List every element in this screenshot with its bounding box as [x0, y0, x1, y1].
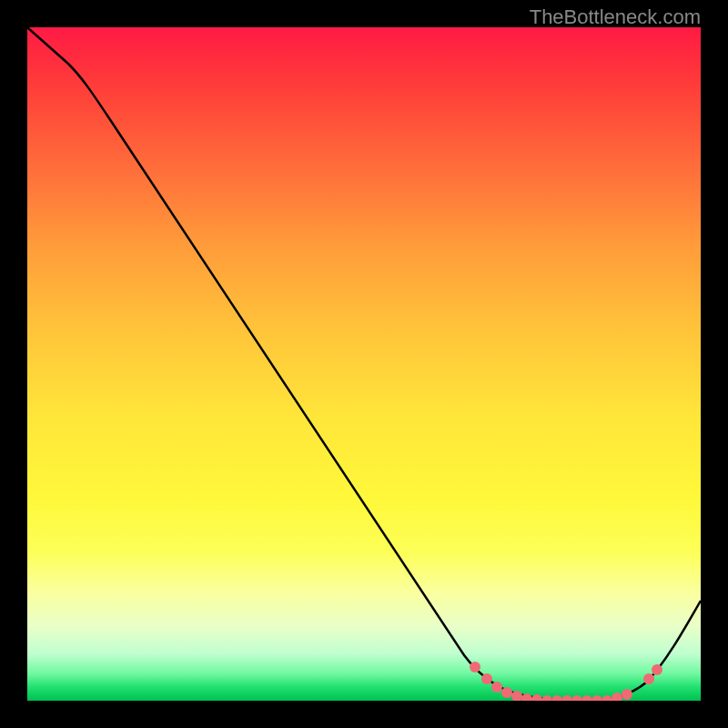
svg-point-17 — [652, 664, 662, 675]
svg-point-13 — [602, 695, 612, 701]
svg-point-3 — [501, 687, 512, 698]
curve-path — [27, 27, 701, 701]
svg-point-1 — [481, 673, 492, 684]
svg-point-11 — [581, 695, 592, 701]
svg-point-14 — [612, 693, 622, 701]
svg-point-6 — [531, 694, 542, 701]
watermark-text: TheBottleneck.com — [530, 5, 701, 29]
svg-point-15 — [622, 689, 632, 700]
svg-point-10 — [571, 695, 582, 701]
svg-point-7 — [541, 695, 552, 701]
plot-area — [27, 27, 701, 701]
svg-point-9 — [561, 695, 572, 701]
curve-markers — [470, 662, 662, 701]
svg-point-2 — [491, 682, 502, 693]
chart-container: TheBottleneck.com — [0, 0, 728, 728]
bottleneck-curve — [27, 27, 701, 701]
svg-point-12 — [592, 695, 602, 701]
svg-point-16 — [643, 673, 654, 684]
svg-point-8 — [551, 695, 562, 701]
svg-point-0 — [470, 662, 480, 672]
